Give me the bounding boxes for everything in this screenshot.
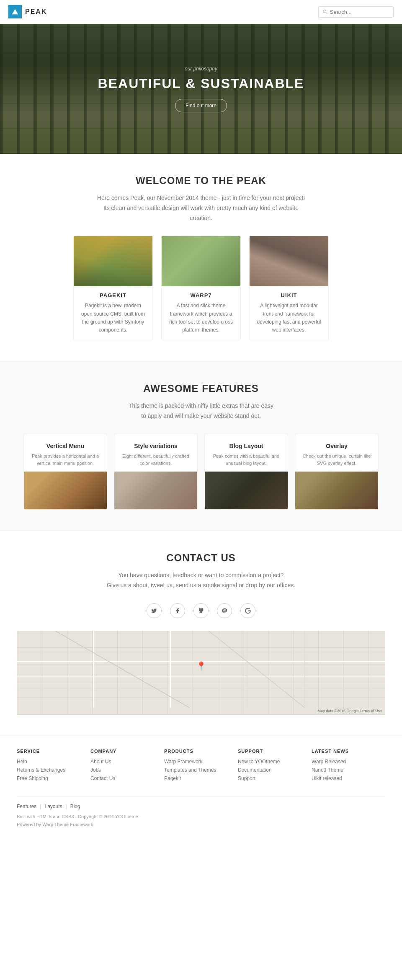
hero-cta-button[interactable]: Find out more: [175, 99, 227, 112]
feature-style-variations-header: Style variations Eight different, beauti…: [114, 434, 197, 472]
footer-link-new-to-yoo[interactable]: New to YOOtheme: [238, 759, 312, 765]
google-plus-icon[interactable]: [240, 603, 255, 618]
card-pagekit: PAGEKIT Pagekit is a new, modern open so…: [73, 236, 153, 340]
feature-blog-layout-header: Blog Layout Peak comes with a beautiful …: [205, 434, 288, 472]
card-uikit-desc: A lightweight and modular front-end fram…: [255, 302, 323, 334]
footer-col-company: COMPANY About Us Jobs Contact Us: [90, 749, 164, 784]
footer-link-about[interactable]: About Us: [90, 759, 164, 765]
footer-nav-blog[interactable]: Blog: [70, 804, 80, 809]
footer-link-nano3[interactable]: Nano3 Theme: [312, 767, 385, 773]
github-icon[interactable]: [193, 603, 209, 618]
map-credit: Map data ©2016 Google Terms of Use: [317, 709, 382, 713]
feature-style-variations-image: [114, 472, 197, 509]
feature-vertical-menu-desc: Peak provides a horizontal and a vertica…: [30, 453, 101, 467]
social-icons: [17, 603, 385, 618]
footer-link-free-shipping[interactable]: Free Shipping: [17, 775, 90, 781]
feature-blog-layout-desc: Peak comes with a beautiful and unusual …: [211, 453, 282, 467]
logo-icon: [8, 5, 22, 18]
footer-link-pagekit[interactable]: Pagekit: [164, 775, 238, 781]
features-subtitle-line1: This theme is packed with nifty little e…: [129, 402, 273, 409]
feature-style-variations-title: Style variations: [120, 443, 191, 449]
header: PEAK: [0, 0, 402, 24]
map-pin: 📍: [196, 661, 206, 671]
contact-title: CONTACT US: [17, 552, 385, 564]
footer-link-uikit-released[interactable]: Uikit released: [312, 775, 385, 781]
facebook-icon[interactable]: [170, 603, 185, 618]
footer-link-jobs[interactable]: Jobs: [90, 767, 164, 773]
contact-subtitle: You have questions, feedback or want to …: [96, 570, 306, 591]
card-pagekit-desc: Pagekit is a new, modern open source CMS…: [79, 302, 147, 334]
footer-link-templates[interactable]: Templates and Themes: [164, 767, 238, 773]
hero-subtitle: our philosophy: [185, 66, 217, 72]
footer-link-warp[interactable]: Warp Framework: [164, 759, 238, 765]
feature-vertical-menu-image: [24, 472, 107, 509]
card-uikit-title: UIKIT: [255, 292, 323, 298]
welcome-subtitle-line2: Its clean and versatile design will work…: [103, 205, 299, 221]
card-pagekit-body: PAGEKIT Pagekit is a new, modern open so…: [74, 286, 152, 340]
footer: SERVICE Help Returns & Exchanges Free Sh…: [0, 736, 402, 838]
map: 📍 Map data ©2016 Google Terms of Use: [17, 631, 385, 715]
footer-link-contact-us[interactable]: Contact Us: [90, 775, 164, 781]
contact-subtitle-line1: You have questions, feedback or want to …: [119, 572, 284, 578]
footer-col-service: SERVICE Help Returns & Exchanges Free Sh…: [17, 749, 90, 784]
search-icon: [323, 9, 327, 14]
footer-columns: SERVICE Help Returns & Exchanges Free Sh…: [17, 749, 385, 784]
feature-blog-layout-image: [205, 472, 288, 509]
card-uikit-body: UIKIT A lightweight and modular front-en…: [250, 286, 328, 340]
footer-link-help[interactable]: Help: [17, 759, 90, 765]
feature-vertical-menu: Vertical Menu Peak provides a horizontal…: [23, 434, 107, 510]
contact-subtitle-line2: Give us a shout, tweet us, send us a smo…: [107, 582, 295, 589]
footer-col-support: SUPPORT New to YOOtheme Documentation Su…: [238, 749, 312, 784]
footer-nav-sep2: |: [66, 804, 67, 809]
features-section: AWESOME FEATURES This theme is packed wi…: [0, 362, 402, 531]
welcome-cards: PAGEKIT Pagekit is a new, modern open so…: [17, 236, 385, 340]
feature-vertical-menu-header: Vertical Menu Peak provides a horizontal…: [24, 434, 107, 472]
svg-point-1: [323, 10, 326, 13]
card-warp-image: [162, 236, 240, 286]
search-box[interactable]: [318, 6, 394, 18]
footer-col-news: LATEST NEWS Warp Released Nano3 Theme Ui…: [312, 749, 385, 784]
search-input[interactable]: [330, 9, 389, 15]
welcome-title: WELCOME TO THE PEAK: [17, 175, 385, 187]
feature-overlay-title: Overlay: [301, 443, 372, 449]
footer-nav-features[interactable]: Features: [17, 804, 36, 809]
footer-bottom: Features | Layouts | Blog Built with HTM…: [17, 796, 385, 830]
card-warp: WARP7 A fast and slick theme framework w…: [161, 236, 241, 340]
feature-blog-layout: Blog Layout Peak comes with a beautiful …: [204, 434, 288, 510]
svg-line-2: [326, 13, 327, 14]
footer-link-returns[interactable]: Returns & Exchanges: [17, 767, 90, 773]
mountain-icon: [11, 8, 19, 16]
footer-copyright: Built with HTML5 and CSS3 - Copyright © …: [17, 813, 385, 830]
footer-nav: Features | Layouts | Blog: [17, 804, 385, 809]
svg-marker-0: [12, 9, 18, 15]
card-uikit-image: [250, 236, 328, 286]
features-grid: Vertical Menu Peak provides a horizontal…: [17, 434, 385, 510]
hero-title: BEAUTIFUL & SUSTAINABLE: [98, 76, 304, 91]
feature-overlay-image: [295, 472, 378, 509]
logo[interactable]: PEAK: [8, 5, 47, 18]
footer-copyright-line2: Powered by Warp Theme Framework: [17, 822, 93, 827]
feature-overlay: Overlay Check out the unique, curtain li…: [295, 434, 379, 510]
pinterest-icon[interactable]: [217, 603, 232, 618]
footer-link-documentation[interactable]: Documentation: [238, 767, 312, 773]
feature-blog-layout-title: Blog Layout: [211, 443, 282, 449]
card-uikit: UIKIT A lightweight and modular front-en…: [249, 236, 329, 340]
card-warp-title: WARP7: [167, 292, 235, 298]
footer-col-service-title: SERVICE: [17, 749, 90, 754]
features-subtitle-line2: to apply and will make your website stan…: [141, 412, 261, 419]
twitter-icon[interactable]: [147, 603, 162, 618]
svg-line-11: [55, 631, 190, 708]
footer-col-products-title: PRODUCTS: [164, 749, 238, 754]
features-subtitle: This theme is packed with nifty little e…: [96, 401, 306, 421]
footer-nav-sep1: |: [40, 804, 41, 809]
footer-col-news-title: LATEST NEWS: [312, 749, 385, 754]
footer-nav-layouts[interactable]: Layouts: [44, 804, 62, 809]
card-pagekit-title: PAGEKIT: [79, 292, 147, 298]
footer-link-warp-released[interactable]: Warp Released: [312, 759, 385, 765]
features-title: AWESOME FEATURES: [17, 383, 385, 394]
feature-overlay-header: Overlay Check out the unique, curtain li…: [295, 434, 378, 472]
card-warp-body: WARP7 A fast and slick theme framework w…: [162, 286, 240, 340]
footer-col-support-title: SUPPORT: [238, 749, 312, 754]
footer-link-support[interactable]: Support: [238, 775, 312, 781]
welcome-section: WELCOME TO THE PEAK Here comes Peak, our…: [0, 154, 402, 361]
